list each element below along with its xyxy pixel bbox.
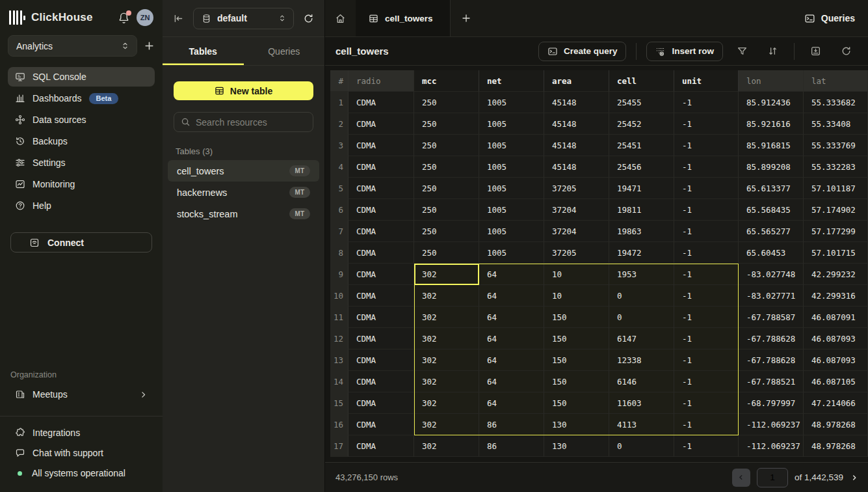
row-number[interactable]: 4 (330, 156, 349, 178)
row-number[interactable]: 14 (330, 371, 349, 392)
column-header-net[interactable]: net (479, 70, 544, 92)
grid-cell[interactable]: 86 (479, 435, 544, 457)
grid-cell[interactable]: 25452 (609, 113, 674, 135)
grid-cell[interactable]: 302 (414, 285, 479, 307)
sort-icon[interactable] (761, 43, 784, 59)
row-number[interactable]: 1 (330, 92, 349, 113)
column-header-cell[interactable]: cell (609, 70, 674, 92)
grid-cell[interactable]: 6146 (609, 371, 674, 392)
row-number[interactable]: 5 (330, 178, 349, 199)
grid-cell[interactable]: 19472 (609, 242, 674, 264)
grid-cell[interactable]: 150 (544, 307, 609, 328)
grid-cell[interactable]: 45148 (544, 135, 609, 156)
grid-cell[interactable]: CDMA (349, 199, 414, 221)
grid-cell[interactable]: 65.568435 (739, 199, 804, 221)
sidebar-item-integrations[interactable]: Integrations (8, 423, 155, 443)
grid-cell[interactable]: -1 (674, 285, 739, 307)
grid-cell[interactable]: 302 (414, 435, 479, 457)
grid-cell[interactable]: CDMA (349, 135, 414, 156)
grid-cell[interactable]: -1 (674, 371, 739, 392)
table-item-cell_towers[interactable]: cell_towersMT (168, 160, 319, 182)
table-item-hackernews[interactable]: hackernewsMT (168, 182, 319, 203)
grid-cell[interactable]: 302 (414, 349, 479, 371)
grid-cell[interactable]: 47.214066 (804, 392, 868, 414)
grid-cell[interactable]: 302 (414, 328, 479, 349)
grid-cell[interactable]: -83.027748 (739, 264, 804, 285)
grid-cell[interactable]: 130 (544, 414, 609, 435)
grid-cell[interactable]: 65.613377 (739, 178, 804, 199)
grid-cell[interactable]: 10 (544, 285, 609, 307)
new-table-button[interactable]: New table (174, 81, 313, 100)
sidebar-item-help[interactable]: Help (8, 196, 155, 215)
grid-cell[interactable]: CDMA (349, 264, 414, 285)
grid-cell[interactable]: 150 (544, 392, 609, 414)
grid-cell[interactable]: 64 (479, 328, 544, 349)
grid-cell[interactable]: 1005 (479, 242, 544, 264)
row-number[interactable]: 7 (330, 221, 349, 242)
grid-cell[interactable]: 250 (414, 178, 479, 199)
grid-cell[interactable]: 37204 (544, 221, 609, 242)
grid-cell[interactable]: 250 (414, 221, 479, 242)
grid-cell[interactable]: -1 (674, 328, 739, 349)
grid-cell[interactable]: 150 (544, 349, 609, 371)
grid-cell[interactable]: -68.797997 (739, 392, 804, 414)
grid-cell[interactable]: 1005 (479, 221, 544, 242)
tab-queries[interactable]: Queries (244, 37, 325, 65)
grid-cell[interactable]: -1 (674, 414, 739, 435)
grid-cell[interactable]: CDMA (349, 221, 414, 242)
grid-cell[interactable]: 11603 (609, 392, 674, 414)
connect-button[interactable]: Connect (10, 232, 152, 253)
tab-cell-towers[interactable]: cell_towers (356, 0, 451, 36)
grid-cell[interactable]: CDMA (349, 285, 414, 307)
grid-cell[interactable]: 64 (479, 371, 544, 392)
sidebar-item-all-systems-operational[interactable]: All systems operational (8, 463, 155, 483)
grid-cell[interactable]: 45148 (544, 113, 609, 135)
grid-cell[interactable]: CDMA (349, 113, 414, 135)
grid-cell[interactable]: 130 (544, 435, 609, 457)
row-number[interactable]: 17 (330, 435, 349, 457)
grid-cell[interactable]: CDMA (349, 178, 414, 199)
sidebar-item-sql-console[interactable]: SQL Console (8, 67, 155, 87)
home-tab[interactable] (325, 0, 356, 36)
grid-cell[interactable]: 85.916815 (739, 135, 804, 156)
grid-cell[interactable]: 57.101187 (804, 178, 868, 199)
row-number[interactable]: 9 (330, 264, 349, 285)
refresh-icon[interactable] (835, 43, 858, 59)
page-number-input[interactable] (757, 468, 788, 487)
notifications-bell-icon[interactable] (118, 12, 130, 24)
grid-cell[interactable]: 48.978268 (804, 435, 868, 457)
sidebar-item-meetups[interactable]: Meetups (8, 385, 155, 404)
grid-cell[interactable]: 1005 (479, 156, 544, 178)
column-header-radio[interactable]: radio (349, 70, 414, 92)
sidebar-item-settings[interactable]: Settings (8, 153, 155, 172)
grid-cell[interactable]: 42.299316 (804, 285, 868, 307)
grid-cell[interactable]: 64 (479, 307, 544, 328)
grid-cell[interactable]: 302 (414, 307, 479, 328)
column-header-unit[interactable]: unit (674, 70, 739, 92)
column-header-lon[interactable]: lon (739, 70, 804, 92)
sidebar-item-chat-with-support[interactable]: Chat with support (8, 443, 155, 463)
grid-cell[interactable]: -67.788587 (739, 307, 804, 328)
grid-cell[interactable]: 85.912436 (739, 92, 804, 113)
grid-cell[interactable]: 55.333769 (804, 135, 868, 156)
grid-cell[interactable]: -1 (674, 113, 739, 135)
sidebar-item-monitoring[interactable]: Monitoring (8, 174, 155, 194)
grid-cell[interactable]: 150 (544, 371, 609, 392)
grid-cell[interactable]: 302 (414, 392, 479, 414)
grid-cell[interactable]: CDMA (349, 328, 414, 349)
grid-cell[interactable]: -1 (674, 264, 739, 285)
grid-cell[interactable]: 57.174902 (804, 199, 868, 221)
grid-cell[interactable]: 64 (479, 349, 544, 371)
grid-cell[interactable]: -1 (674, 156, 739, 178)
row-number[interactable]: 11 (330, 307, 349, 328)
grid-cell[interactable]: -1 (674, 435, 739, 457)
grid-cell[interactable]: -1 (674, 178, 739, 199)
column-header-lat[interactable]: lat (804, 70, 868, 92)
grid-cell[interactable]: 150 (544, 328, 609, 349)
column-header-mcc[interactable]: mcc (414, 70, 479, 92)
collapse-panel-icon[interactable] (173, 13, 184, 24)
grid-cell[interactable]: -1 (674, 135, 739, 156)
grid-cell[interactable]: 19471 (609, 178, 674, 199)
grid-cell[interactable]: 1005 (479, 199, 544, 221)
grid-cell[interactable]: CDMA (349, 414, 414, 435)
